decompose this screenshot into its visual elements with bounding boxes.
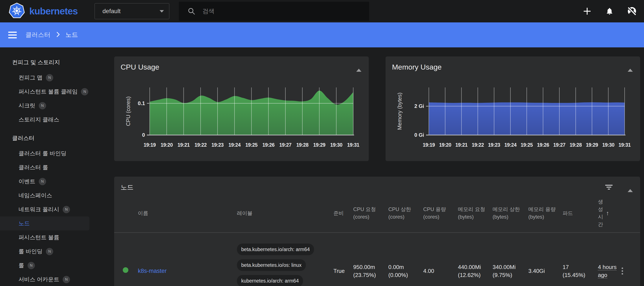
column-header-label: 메모리 상한 (bytes) — [492, 206, 520, 220]
column-header-2[interactable]: 준비 — [334, 210, 353, 217]
label-chip: beta.kubernetes.io/os: linux — [237, 259, 306, 271]
sidebar-section-title: 클러스터 — [0, 130, 101, 146]
svg-text:0.1: 0.1 — [138, 100, 145, 106]
node-cpu_limits-cell: 0.00m(0.00%) — [388, 263, 423, 279]
metric-value: 0.00m — [388, 263, 421, 271]
sidebar-item-컨피그-맵[interactable]: 컨피그 맵N — [0, 71, 90, 85]
new-badge: N — [28, 262, 35, 269]
node-name-link[interactable]: k8s-master — [138, 268, 167, 274]
svg-text:19:31: 19:31 — [347, 142, 360, 148]
sidebar-item-label: 퍼시스턴트 볼륨 클레임 — [18, 88, 78, 96]
kubernetes-logo-group[interactable]: kubernetes — [8, 2, 78, 20]
svg-text:19:19: 19:19 — [423, 142, 435, 148]
sidebar-item-퍼시스턴트-볼륨-클레임[interactable]: 퍼시스턴트 볼륨 클레임N — [0, 85, 90, 99]
column-header-6[interactable]: 메모리 요청 (bytes) — [458, 206, 492, 221]
nodes-table-body: k8s-masterbeta.kubernetes.io/arch: arm64… — [114, 233, 640, 286]
svg-text:19:28: 19:28 — [296, 142, 309, 148]
table-row: k8s-masterbeta.kubernetes.io/arch: arm64… — [114, 233, 640, 286]
sidebar-item-롤[interactable]: 롤N — [0, 258, 90, 272]
sidebar-item-label: 롤 — [18, 262, 24, 269]
kebab-dot — [622, 268, 623, 269]
column-header-9[interactable]: 파드 — [562, 210, 598, 217]
new-badge: N — [46, 74, 53, 82]
node-ready-cell: True — [334, 267, 353, 275]
svg-text:19:29: 19:29 — [313, 142, 325, 148]
svg-text:19:31: 19:31 — [618, 142, 631, 148]
metric-value: 340.00Mi — [492, 263, 526, 271]
svg-text:19:19: 19:19 — [144, 142, 156, 148]
sidebar-item-label: 이벤트 — [18, 178, 35, 185]
node-mem_requests-cell: 440.00Mi(12.62%) — [458, 263, 492, 279]
memory-area-chart: 2 Gi0 Gi19:1919:2019:2119:2219:2319:2419… — [386, 84, 640, 152]
sidebar-item-노드[interactable]: 노드 — [0, 216, 90, 230]
brand-wordmark: kubernetes — [29, 6, 78, 16]
memory-chart-title: Memory Usage — [392, 63, 442, 71]
column-header-5[interactable]: CPU 용량 (cores) — [423, 206, 458, 221]
metric-value: 4.00 — [423, 267, 455, 275]
column-header-1[interactable]: 레이블 — [237, 210, 334, 217]
svg-text:CPU (cores): CPU (cores) — [125, 96, 131, 126]
sidebar-item-네임스페이스[interactable]: 네임스페이스 — [0, 188, 90, 202]
svg-text:19:20: 19:20 — [161, 142, 173, 148]
search-bar[interactable] — [179, 2, 369, 21]
sidebar-section-title: 컨피그 및 스토리지 — [0, 54, 101, 71]
sidebar-item-label: 클러스터 롤 바인딩 — [18, 150, 66, 157]
filter-list-icon — [605, 184, 613, 190]
logout-account-button[interactable] — [627, 6, 637, 16]
new-badge: N — [63, 276, 70, 283]
filter-button[interactable] — [605, 184, 613, 191]
sidebar-item-퍼시스턴트-볼륨[interactable]: 퍼시스턴트 볼륨 — [0, 230, 90, 244]
sidebar-nav: 컨피그 및 스토리지컨피그 맵N퍼시스턴트 볼륨 클레임N시크릿N스토리지 클래… — [0, 48, 101, 286]
create-resource-button[interactable] — [582, 6, 592, 16]
sidebar-item-시크릿[interactable]: 시크릿N — [0, 99, 90, 113]
column-header-3[interactable]: CPU 요청 (cores) — [353, 206, 388, 221]
new-badge: N — [81, 88, 88, 96]
plus-icon — [583, 7, 592, 16]
metric-value: 950.00m — [353, 263, 386, 271]
account-off-icon — [627, 6, 637, 16]
svg-text:19:26: 19:26 — [537, 142, 549, 148]
column-header-label: 메모리 요청 (bytes) — [458, 206, 485, 220]
sidebar-item-label: 시크릿 — [18, 102, 35, 110]
column-header-label: 이름 — [138, 210, 148, 216]
metric-value: 440.00Mi — [458, 263, 490, 271]
cpu-card-collapse-button[interactable] — [356, 64, 362, 70]
node-age-cell: 4 hours ago — [598, 263, 620, 279]
svg-text:19:23: 19:23 — [488, 142, 500, 148]
namespace-selected-value: default — [102, 8, 120, 15]
menu-hamburger-icon[interactable] — [8, 32, 17, 38]
row-actions-menu-button[interactable] — [620, 266, 624, 276]
column-header-label: 메모리 용량 (bytes) — [528, 206, 556, 220]
metric-percent: (23.75%) — [353, 271, 386, 279]
namespace-select[interactable]: default — [94, 3, 169, 19]
metric-value: 17 — [562, 263, 595, 271]
column-header-label: CPU 상한 (cores) — [388, 206, 411, 220]
breadcrumb-parent-link[interactable]: 클러스터 — [26, 30, 50, 39]
sidebar-item-클러스터-롤[interactable]: 클러스터 롤 — [0, 160, 90, 174]
notifications-button[interactable] — [604, 6, 615, 16]
search-icon — [188, 8, 195, 15]
svg-text:2 Gi: 2 Gi — [414, 103, 424, 109]
column-header-10[interactable]: 생성 시간↑ — [598, 198, 620, 228]
column-header-label: CPU 용량 (cores) — [423, 206, 446, 220]
sidebar-item-서비스-어카운트[interactable]: 서비스 어카운트N — [0, 272, 90, 286]
column-header-0[interactable]: 이름 — [138, 210, 237, 217]
cpu-chart-title: CPU Usage — [120, 63, 160, 71]
sidebar-item-롤-바인딩[interactable]: 롤 바인딩N — [0, 244, 90, 258]
svg-text:19:22: 19:22 — [194, 142, 206, 148]
search-input[interactable] — [202, 8, 353, 15]
sidebar-item-이벤트[interactable]: 이벤트N — [0, 174, 90, 188]
column-header-4[interactable]: CPU 상한 (cores) — [388, 206, 423, 221]
memory-card-collapse-button[interactable] — [627, 64, 634, 70]
sidebar-item-스토리지-클래스[interactable]: 스토리지 클래스 — [0, 113, 90, 127]
bell-icon — [606, 7, 614, 15]
sidebar-item-네트워크-폴리시[interactable]: 네트워크 폴리시N — [0, 202, 90, 216]
column-header-8[interactable]: 메모리 용량 (bytes) — [528, 206, 562, 221]
age-text: 4 hours ago — [598, 264, 617, 278]
node-status-ok-icon — [123, 267, 128, 273]
nodes-card-collapse-button[interactable] — [627, 185, 634, 190]
new-badge: N — [63, 206, 70, 213]
sidebar-item-label: 클러스터 롤 — [18, 164, 48, 171]
column-header-7[interactable]: 메모리 상한 (bytes) — [492, 206, 528, 221]
sidebar-item-클러스터-롤-바인딩[interactable]: 클러스터 롤 바인딩 — [0, 146, 90, 160]
